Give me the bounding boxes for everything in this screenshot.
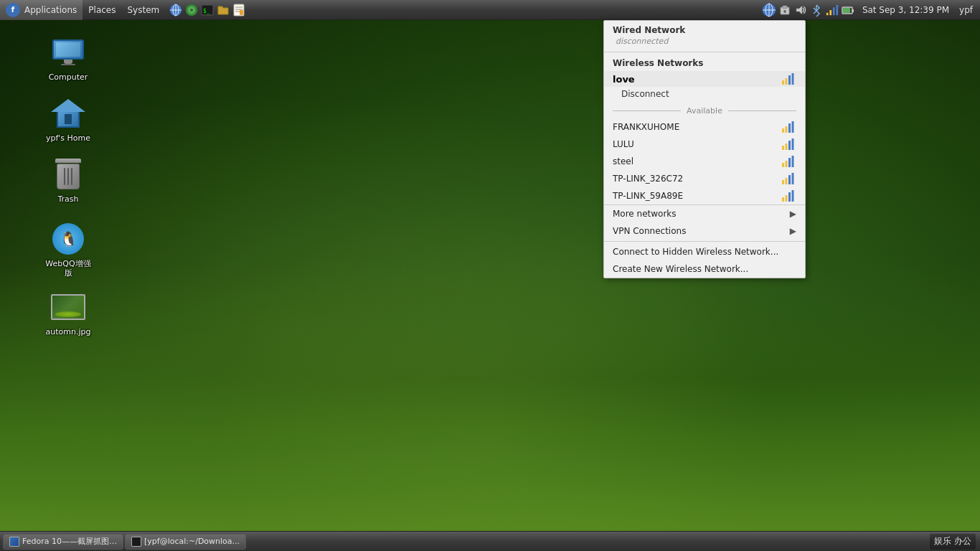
webqq-label: WebQQ增强版 (42, 259, 94, 278)
tray-bluetooth-icon[interactable] (809, 3, 824, 17)
svg-rect-13 (240, 10, 243, 15)
available-line-right (728, 110, 796, 111)
svg-point-6 (190, 9, 193, 11)
bottom-divider (604, 241, 805, 242)
trash-graphic (55, 159, 82, 190)
svg-rect-24 (833, 7, 835, 15)
wired-network-status: disconnected (604, 37, 805, 50)
svg-rect-25 (836, 4, 838, 15)
home-door (65, 114, 72, 124)
create-new-network-item[interactable]: Create New Wireless Network... (604, 260, 805, 278)
home-body (57, 112, 80, 128)
network-item-tplink59a89e[interactable]: TP-LINK_59A89E (604, 187, 805, 204)
steel-signal-icon (782, 156, 796, 167)
available-header: Available (604, 103, 805, 118)
tplink326c72-signal-icon (782, 173, 796, 184)
system-label: System (127, 5, 159, 15)
desktop-icon-computer[interactable]: Computer (39, 32, 97, 85)
applications-menu[interactable]: f Applications (0, 0, 83, 20)
system-menu[interactable]: System (121, 0, 165, 20)
tray-battery-icon[interactable] (841, 3, 855, 17)
svg-rect-47 (788, 175, 791, 184)
quicklaunch-editor-icon[interactable] (231, 2, 247, 18)
desktop (0, 0, 980, 551)
svg-rect-33 (782, 128, 784, 133)
applications-label: Applications (24, 5, 77, 15)
network-item-steel[interactable]: steel (604, 153, 805, 170)
desktop-icon-trash[interactable]: Trash (39, 154, 97, 207)
tray-network-globe-icon[interactable] (762, 3, 776, 17)
desktop-icon-webqq[interactable]: 🐧 WebQQ增强版 (39, 219, 97, 281)
home-graphic (52, 99, 84, 128)
network-name-frankxuhome: FRANKXUHOME (613, 122, 778, 132)
tray-volume-icon[interactable] (793, 3, 808, 17)
network-item-frankxuhome[interactable]: FRANKXUHOME (604, 118, 805, 136)
tray-wifi-icon[interactable] (825, 3, 839, 17)
vpn-arrow: ▶ (790, 226, 796, 236)
quicklaunch-network-icon[interactable] (168, 2, 184, 18)
computer-graphic (52, 39, 84, 65)
window-button-fedora[interactable]: Fedora 10——截屏抓图… (3, 534, 123, 550)
network-name-steel: steel (613, 156, 778, 166)
computer-icon-img (51, 35, 85, 70)
fedora-icon: f (6, 3, 20, 17)
active-network-row[interactable]: love (604, 71, 805, 87)
disconnect-button[interactable]: Disconnect (604, 87, 805, 103)
available-line-left (613, 110, 681, 111)
svg-rect-48 (792, 173, 794, 184)
window-label-fedora: Fedora 10——截屏抓图… (22, 536, 117, 547)
active-network-name: love (613, 74, 635, 85)
tplink59a89e-signal-icon (782, 190, 796, 202)
monitor-screen (56, 42, 80, 57)
trash-line-1 (64, 168, 65, 185)
quicklaunch-terminal-icon[interactable]: $_ (199, 2, 215, 18)
svg-rect-52 (792, 190, 794, 202)
svg-rect-37 (782, 146, 784, 150)
image-graphic (51, 294, 85, 320)
lulu-signal-icon (782, 138, 796, 150)
taskbar-right: Sat Sep 3, 12:39 PM ypf (762, 3, 980, 17)
taskbar-top: f Applications Places System (0, 0, 980, 20)
svg-rect-23 (829, 10, 831, 15)
workspace-switcher[interactable]: 娱乐 办公 (930, 534, 976, 550)
home-roof (51, 99, 85, 112)
frankxuhome-signal-icon (782, 121, 796, 133)
places-menu[interactable]: Places (83, 0, 121, 20)
tray-removable-icon[interactable] (778, 3, 792, 17)
taskbar-left: f Applications Places System (0, 0, 762, 20)
trash-line-3 (71, 168, 72, 185)
trash-icon-img (51, 157, 85, 192)
trash-lid (55, 159, 81, 163)
window-label-terminal: [ypf@local:~/Downloa... (144, 537, 240, 546)
more-networks-item[interactable]: More networks ▶ (604, 204, 805, 222)
connect-hidden-network-item[interactable]: Connect to Hidden Wireless Network... (604, 243, 805, 260)
svg-rect-42 (786, 161, 788, 167)
vpn-connections-item[interactable]: VPN Connections ▶ (604, 222, 805, 240)
svg-rect-34 (786, 126, 788, 133)
svg-rect-51 (788, 192, 791, 202)
taskbar-bottom-left: Fedora 10——截屏抓图… [ypf@local:~/Downloa... (0, 534, 930, 550)
home-label: ypf's Home (46, 133, 90, 143)
username-display: ypf (956, 5, 976, 15)
network-name-tplink326c72: TP-LINK_326C72 (613, 174, 778, 184)
network-item-lulu[interactable]: LULU (604, 136, 805, 153)
svg-rect-31 (788, 75, 791, 85)
quicklaunch-browser-icon[interactable] (184, 2, 199, 18)
webqq-icon-img: 🐧 (51, 222, 85, 256)
network-name-tplink59a89e: TP-LINK_59A89E (613, 191, 778, 201)
svg-rect-32 (792, 73, 794, 85)
trash-label: Trash (57, 194, 78, 204)
desktop-icon-home[interactable]: ypf's Home (39, 93, 97, 146)
window-button-terminal[interactable]: [ypf@local:~/Downloa... (125, 534, 246, 550)
svg-marker-21 (796, 6, 802, 14)
network-item-tplink326c72[interactable]: TP-LINK_326C72 (604, 170, 805, 187)
monitor-body (52, 39, 84, 60)
window-indicator-fedora (9, 537, 19, 547)
wireless-networks-header: Wireless Networks (604, 54, 805, 71)
quicklaunch-files-icon[interactable] (215, 2, 231, 18)
network-menu: Wired Network disconnected Wireless Netw… (603, 20, 806, 278)
desktop-icon-image[interactable]: automn.jpg (39, 287, 97, 339)
svg-rect-45 (782, 180, 784, 184)
svg-rect-22 (826, 12, 829, 15)
svg-rect-50 (786, 195, 788, 202)
